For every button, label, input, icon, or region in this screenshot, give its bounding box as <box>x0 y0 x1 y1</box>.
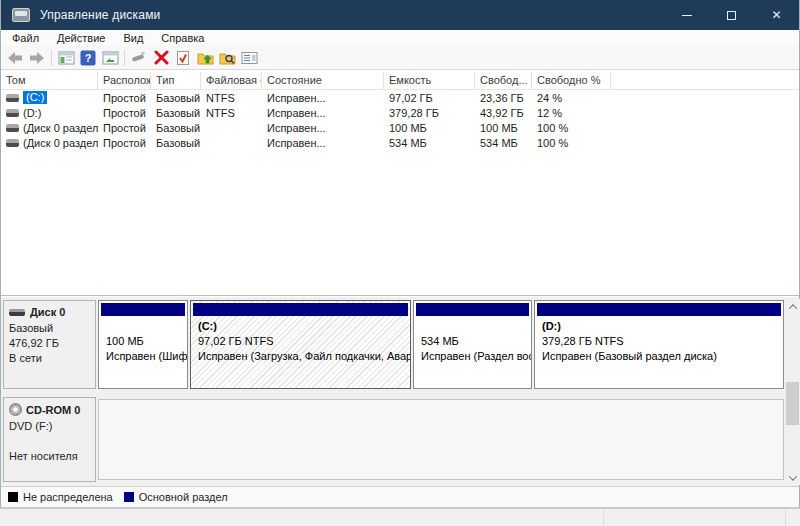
menu-help[interactable]: Справка <box>152 30 213 46</box>
hdd-icon <box>6 94 19 102</box>
column-header-filler <box>611 72 799 89</box>
console-tree-button[interactable] <box>55 47 77 69</box>
properties-icon <box>241 51 258 65</box>
disk0-name: Диск 0 <box>30 306 65 318</box>
toolbar-separator <box>124 50 125 66</box>
layout-cell: Простой <box>98 122 151 134</box>
column-header-free[interactable]: Свобод... <box>475 72 532 89</box>
partition-size: 97,02 ГБ NTFS <box>198 334 408 349</box>
partition-color-bar <box>416 303 529 316</box>
scroll-down-button[interactable] <box>785 470 800 485</box>
legend-item-primary: Основной раздел <box>124 491 228 503</box>
window-controls: ✕ <box>664 0 799 30</box>
column-header-status[interactable]: Состояние <box>262 72 384 89</box>
disk-icon <box>9 309 25 316</box>
hdd-icon <box>6 139 19 147</box>
column-header-layout[interactable]: Располож... <box>98 72 151 89</box>
tool-button[interactable] <box>128 47 150 69</box>
folder-search-button[interactable] <box>216 47 238 69</box>
disk0-label[interactable]: Диск 0 Базовый 476,92 ГБ В сети <box>3 300 96 389</box>
column-header-type[interactable]: Тип <box>151 72 201 89</box>
disk0-type: Базовый <box>9 321 91 336</box>
free-pct-cell: 12 % <box>532 107 611 119</box>
type-cell: Базовый <box>151 137 201 149</box>
table-header: Том Располож... Тип Файловая с... Состоя… <box>1 72 799 90</box>
maximize-button[interactable] <box>709 0 754 30</box>
volume-cell: (Диск 0 раздел 4) <box>1 137 98 149</box>
chevron-down-icon <box>788 472 796 480</box>
help-button[interactable]: ? <box>77 47 99 69</box>
volume-name: (Диск 0 раздел 1) <box>23 122 98 134</box>
free-cell: 100 МБ <box>475 122 532 134</box>
forward-button[interactable] <box>26 47 48 69</box>
partition-efi[interactable]: 100 МБ Исправен (Шиф <box>98 300 188 389</box>
hdd-icon <box>6 124 19 132</box>
table-row[interactable]: (C:) Простой Базовый NTFS Исправен... 97… <box>1 90 799 105</box>
cdrom-label[interactable]: CD-ROM 0 DVD (F:) Нет носителя <box>3 397 96 482</box>
task-check-icon <box>176 50 190 66</box>
table-row[interactable]: (Диск 0 раздел 1) Простой Базовый Исправ… <box>1 120 799 135</box>
volume-cell: (C:) <box>1 91 98 104</box>
delete-volume-button[interactable] <box>150 47 172 69</box>
volume-name: (Диск 0 раздел 4) <box>23 137 98 149</box>
cd-icon <box>9 403 22 416</box>
svg-text:?: ? <box>85 52 92 64</box>
filesystem-cell: NTFS <box>201 92 262 104</box>
legend-label: Не распределена <box>23 491 113 503</box>
capacity-cell: 97,02 ГБ <box>384 92 475 104</box>
help-icon: ? <box>80 50 96 66</box>
back-icon <box>6 51 24 65</box>
scroll-up-button[interactable] <box>785 299 800 314</box>
back-button[interactable] <box>4 47 26 69</box>
toolbar-separator <box>51 50 52 66</box>
cdrom-media-status: Нет носителя <box>9 449 91 464</box>
partition-c[interactable]: (C:) 97,02 ГБ NTFS Исправен (Загрузка, Ф… <box>190 300 411 389</box>
menu-action[interactable]: Действие <box>48 30 114 46</box>
window-title: Управление дисками <box>40 8 161 22</box>
partition-title: (C:) <box>198 319 408 334</box>
close-button[interactable]: ✕ <box>754 0 799 30</box>
table-row[interactable]: (D:) Простой Базовый NTFS Исправен... 37… <box>1 105 799 120</box>
filesystem-cell: NTFS <box>201 107 262 119</box>
partition-recovery[interactable]: 534 МБ Исправен (Раздел вос <box>413 300 532 389</box>
folder-search-icon <box>219 50 236 65</box>
disk0-partitions: 100 МБ Исправен (Шиф (C:) 97,02 ГБ NTFS … <box>98 300 784 389</box>
task-check-button[interactable] <box>172 47 194 69</box>
column-header-filesystem[interactable]: Файловая с... <box>201 72 262 89</box>
minimize-button[interactable] <box>664 0 709 30</box>
folder-up-icon <box>197 50 214 65</box>
cdrom-media-area[interactable] <box>98 399 784 480</box>
column-header-capacity[interactable]: Емкость <box>384 72 475 89</box>
free-pct-cell: 24 % <box>532 92 611 104</box>
partition-status: Исправен (Загрузка, Файл подкачки, Авар <box>198 349 408 364</box>
properties-button[interactable] <box>238 47 260 69</box>
hdd-icon <box>6 109 19 117</box>
scrollbar-thumb[interactable] <box>786 382 799 425</box>
column-header-free-pct[interactable]: Свободно % <box>532 72 611 89</box>
partition-d[interactable]: (D:) 379,28 ГБ NTFS Исправен (Базовый ра… <box>534 300 784 389</box>
divider <box>603 509 604 526</box>
vertical-scrollbar[interactable] <box>785 299 800 485</box>
disk0-status: В сети <box>9 351 91 366</box>
status-cell: Исправен... <box>262 107 384 119</box>
partition-color-bar <box>537 303 781 316</box>
chevron-up-icon <box>788 304 796 312</box>
status-cell: Исправен... <box>262 122 384 134</box>
cdrom-drive: DVD (F:) <box>9 419 91 434</box>
app-icon <box>12 8 30 22</box>
status-cell: Исправен... <box>262 137 384 149</box>
legend-item-unallocated: Не распределена <box>8 491 113 503</box>
title-bar: Управление дисками ✕ <box>1 0 799 30</box>
menu-file[interactable]: Файл <box>3 30 48 46</box>
column-header-volume[interactable]: Том <box>1 72 98 89</box>
folder-up-button[interactable] <box>194 47 216 69</box>
console-window-button[interactable] <box>99 47 121 69</box>
partition-status: Исправен (Раздел вос <box>421 349 529 364</box>
layout-cell: Простой <box>98 137 151 149</box>
menu-view[interactable]: Вид <box>114 30 152 46</box>
minimize-icon <box>682 15 692 16</box>
partition-title <box>106 319 185 334</box>
type-cell: Базовый <box>151 107 201 119</box>
primary-partition-swatch <box>124 492 134 502</box>
table-row[interactable]: (Диск 0 раздел 4) Простой Базовый Исправ… <box>1 135 799 150</box>
